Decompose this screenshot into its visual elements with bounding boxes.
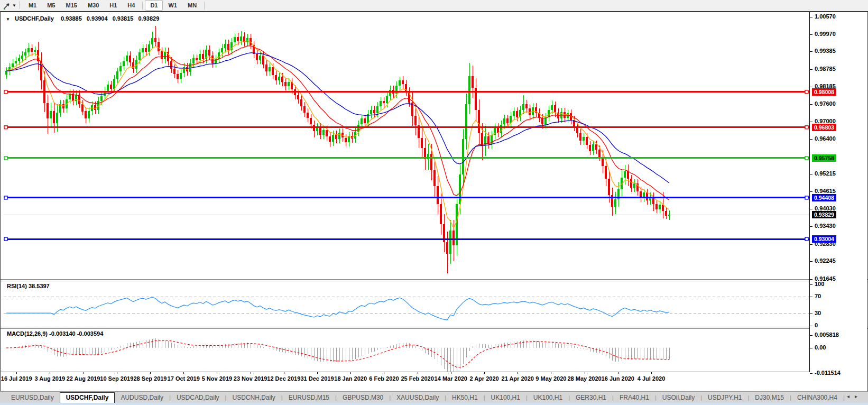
timeframe-button-M5[interactable]: M5 bbox=[42, 0, 60, 11]
date-axis-label: 23 Nov 2019 bbox=[234, 375, 267, 382]
tab-gbpusd-m30[interactable]: GBPUSD,M30 bbox=[337, 393, 389, 402]
date-axis-label: 4 Jul 2020 bbox=[638, 375, 666, 382]
timeframe-button-H1[interactable]: H1 bbox=[104, 0, 122, 11]
date-axis-tick bbox=[518, 372, 518, 374]
macd-axis-tick bbox=[810, 373, 812, 374]
tab-audusd-daily[interactable]: AUDUSD,Daily bbox=[115, 393, 169, 402]
date-axis-tick bbox=[251, 372, 251, 374]
price-axis-tick bbox=[810, 226, 812, 227]
timeframe-button-H4[interactable]: H4 bbox=[122, 0, 140, 11]
timeframe-button-W1[interactable]: W1 bbox=[163, 0, 182, 11]
main-chart-canvas[interactable] bbox=[4, 15, 809, 279]
price-axis-tick bbox=[810, 17, 812, 17]
macd-axis-label: 0.005818 bbox=[815, 332, 839, 338]
tab-dj30-m15[interactable]: DJ30,M15 bbox=[749, 393, 790, 402]
price-axis-tick bbox=[810, 34, 812, 35]
tab-china300-h4[interactable]: CHINA300,H4 bbox=[791, 393, 843, 402]
date-axis-label: 25 Feb 2020 bbox=[401, 375, 433, 382]
rsi-axis-tick bbox=[810, 284, 812, 285]
tab-hk50-h1[interactable]: HK50,H1 bbox=[446, 393, 484, 402]
tool-dropdown-caret[interactable]: ▼ bbox=[12, 3, 16, 8]
macd-indicator-label: MACD(12,26,9) -0.003140 -0.003594 bbox=[7, 330, 103, 337]
date-axis-tick bbox=[484, 372, 485, 374]
macd-canvas[interactable] bbox=[4, 328, 809, 372]
price-axis-label: 0.95215 bbox=[815, 170, 836, 177]
rsi-indicator-label: RSI(14) 38.5397 bbox=[7, 283, 50, 289]
price-axis-tick bbox=[810, 209, 812, 209]
price-axis-tick bbox=[810, 104, 812, 105]
tab-uk100-h1[interactable]: UK100,H1 bbox=[485, 393, 526, 402]
date-axis-tick bbox=[50, 372, 50, 374]
macd-axis-tick bbox=[810, 335, 812, 336]
tab-usdcad-daily[interactable]: USDCAD,Daily bbox=[171, 393, 225, 402]
tab-separator: | bbox=[843, 394, 845, 401]
date-axis-label: 22 Aug 2019 bbox=[67, 375, 100, 382]
price-axis-label: 0.96400 bbox=[815, 135, 836, 142]
date-axis-tick bbox=[551, 372, 551, 374]
chart-title: ▼ USDCHF,Daily 0.93885 0.93904 0.93815 0… bbox=[6, 15, 162, 22]
date-axis-tick bbox=[618, 372, 618, 374]
tab-scroll-arrows[interactable]: ◂▸ bbox=[847, 393, 863, 399]
tab-eurusd-m15[interactable]: EURUSD,M15 bbox=[283, 393, 335, 402]
date-axis-tick bbox=[284, 372, 284, 374]
date-axis-label: 10 Sep 2019 bbox=[100, 375, 133, 382]
price-level-badge: 0.95758 bbox=[812, 154, 836, 162]
tab-xauusd-daily[interactable]: XAUUSD,Daily bbox=[391, 393, 445, 402]
tab-fra40-h1[interactable]: FRA40,H1 bbox=[614, 393, 655, 402]
price-axis[interactable]: 1.005700.999700.993850.987850.981850.976… bbox=[810, 12, 867, 372]
date-axis-label: 18 Jan 2020 bbox=[334, 375, 367, 382]
price-axis-tick bbox=[810, 87, 812, 87]
tab-usdjpy-h1[interactable]: USDJPY,H1 bbox=[702, 393, 747, 402]
title-close: 0.93829 bbox=[138, 15, 160, 22]
tab-eurusd-daily[interactable]: EURUSD,Daily bbox=[5, 393, 60, 402]
timeframe-button-M15[interactable]: M15 bbox=[60, 0, 82, 11]
date-axis-label: 2 Apr 2020 bbox=[469, 375, 498, 382]
date-axis-tick bbox=[350, 372, 351, 374]
tab-ger30-h1[interactable]: GER30,H1 bbox=[570, 393, 612, 402]
price-axis-tick bbox=[810, 51, 812, 52]
draw-tool-icon[interactable] bbox=[2, 1, 12, 10]
rsi-axis-label: 70 bbox=[815, 293, 821, 299]
macd-axis-label: -0.011514 bbox=[815, 370, 841, 376]
title-high: 0.93904 bbox=[87, 15, 108, 22]
tab-uk100-h1[interactable]: UK100,H1 bbox=[528, 393, 568, 402]
date-axis-label: 3 Aug 2019 bbox=[35, 375, 66, 382]
price-axis-tick bbox=[810, 191, 812, 192]
rsi-axis-label: 30 bbox=[815, 310, 821, 316]
price-level-badge: 0.96803 bbox=[812, 124, 836, 131]
date-axis[interactable]: 16 Jul 20193 Aug 201922 Aug 201910 Sep 2… bbox=[4, 372, 809, 388]
tab-usdchf-daily[interactable]: USDCHF,Daily bbox=[60, 392, 115, 403]
tab-usoil-daily[interactable]: USOil,Daily bbox=[657, 393, 700, 402]
price-axis-label: 0.99970 bbox=[815, 31, 836, 37]
rsi-axis-tick bbox=[810, 326, 812, 326]
collapse-chart-icon[interactable]: ▼ bbox=[6, 17, 10, 22]
date-axis-tick bbox=[150, 372, 151, 374]
date-axis-label: 28 May 2020 bbox=[567, 375, 601, 382]
date-axis-tick bbox=[16, 372, 17, 374]
timeframe-button-M1[interactable]: M1 bbox=[23, 0, 42, 11]
price-axis-tick bbox=[810, 279, 812, 280]
timeframe-button-M30[interactable]: M30 bbox=[82, 0, 104, 11]
chart-window: ▼ USDCHF,Daily 0.93885 0.93904 0.93815 0… bbox=[0, 11, 868, 392]
rsi-axis-label: 0 bbox=[815, 322, 818, 328]
rsi-axis-tick bbox=[810, 297, 812, 297]
timeframe-button-MN[interactable]: MN bbox=[182, 0, 202, 11]
price-axis-tick bbox=[810, 122, 812, 122]
price-axis-tick bbox=[810, 139, 812, 140]
date-axis-label: 16 Jun 2020 bbox=[602, 375, 634, 382]
rsi-canvas[interactable] bbox=[4, 281, 809, 327]
price-axis-tick bbox=[810, 244, 812, 245]
date-axis-label: 31 Dec 2019 bbox=[301, 375, 334, 382]
price-axis-tick bbox=[810, 261, 812, 262]
timeframe-button-D1[interactable]: D1 bbox=[145, 0, 163, 11]
tab-usdcnh-daily[interactable]: USDCNH,Daily bbox=[226, 393, 281, 402]
price-axis-tick bbox=[810, 174, 812, 174]
date-axis-label: 5 Nov 2019 bbox=[202, 375, 232, 382]
date-axis-tick bbox=[183, 372, 184, 374]
price-axis-label: 0.93430 bbox=[815, 223, 836, 229]
price-axis-label: 0.97600 bbox=[815, 100, 836, 107]
title-open: 0.93885 bbox=[61, 15, 82, 22]
date-axis-label: 6 Feb 2020 bbox=[369, 375, 399, 382]
price-level-badge: 0.93829 bbox=[812, 211, 836, 218]
price-axis-label: 0.98785 bbox=[815, 66, 836, 72]
